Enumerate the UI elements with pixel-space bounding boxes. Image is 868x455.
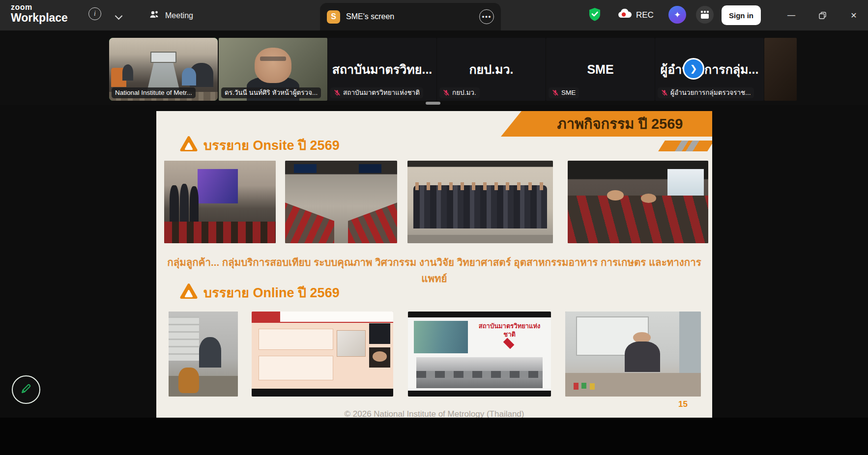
photo-detail: [190, 186, 199, 222]
participant-name-text: ผู้อำนวยการกลุ่มตรวจราช...: [670, 88, 751, 98]
photo-detail: [252, 312, 280, 322]
participant-name-text: กยป.มว.: [452, 88, 476, 98]
onsite-photo-4: [568, 161, 708, 243]
photo-detail: [413, 182, 547, 191]
rec-cloud-icon: [617, 8, 633, 22]
video-tile-national-institute[interactable]: National Institute of Metr...: [109, 38, 218, 101]
photo-detail: [607, 190, 624, 200]
participant-name-text: สถาบันมาตรวิทยาแห่งชาติ: [343, 88, 420, 98]
participant-name-label: กยป.มว.: [439, 87, 480, 98]
mic-muted-icon: [661, 89, 668, 96]
photo-detail: [198, 169, 238, 204]
sign-in-button[interactable]: Sign in: [722, 5, 761, 25]
photo-detail: [414, 321, 468, 353]
tab-options-ellipsis-icon[interactable]: ●●●: [479, 9, 494, 24]
online-photo-3: สถาบันมาตรวิทยาแห่งชาติ: [408, 312, 551, 397]
annotation-pencil-button[interactable]: [12, 375, 40, 404]
next-videos-arrow-button[interactable]: ❯: [683, 58, 704, 80]
video-tile-director[interactable]: ผู้อำนวยการกลุ่ม... ผู้อำนวยการกลุ่มตรวจ…: [655, 38, 764, 101]
photo-detail: [180, 184, 189, 222]
info-icon[interactable]: i: [88, 7, 101, 20]
logo-zoom: zoom: [11, 3, 68, 11]
photo-detail: [182, 68, 196, 85]
photo-detail: [359, 164, 381, 173]
participant-name-text: SME: [561, 88, 576, 98]
restore-button[interactable]: [814, 7, 831, 24]
banner-decoration-stripes: [658, 141, 712, 151]
triangle-logo-icon: [180, 136, 198, 155]
participant-name-label: National Institute of Metr...: [112, 87, 196, 98]
tab-sme-screen-label: SME's screen: [346, 12, 479, 21]
video-tile-partial[interactable]: [764, 38, 797, 101]
photo-detail: [416, 371, 542, 378]
online-heading: บรรยาย Online ปี 2569: [180, 282, 340, 303]
online-photo3-logo-text: สถาบันมาตรวิทยาแห่งชาติ: [475, 322, 544, 340]
participant-name-label: SME: [549, 87, 579, 98]
online-photo-1: [169, 312, 238, 397]
photo-detail: [255, 48, 291, 83]
slide-footer-copyright: © 2026 National Institute of Metrology (…: [156, 409, 712, 418]
logo-workplace: Workplace: [11, 12, 68, 24]
participant-name-label: ดร.วันนี นนท์ศิริ หัวหน้าผู้ตรวจ...: [221, 87, 321, 98]
video-tile-sme[interactable]: SME SME: [546, 38, 655, 101]
photo-detail: [408, 391, 551, 397]
strip-drag-handle[interactable]: [426, 102, 440, 105]
photo-detail: [337, 330, 366, 357]
participant-name-text: National Institute of Metr...: [115, 88, 192, 98]
chevron-glyph: [115, 12, 123, 20]
photo-detail: [260, 57, 286, 61]
slide-banner: ภาพกิจกรรม ปี 2569: [501, 111, 712, 137]
photo-detail: [574, 383, 579, 390]
ai-companion-icon[interactable]: ✦: [668, 6, 686, 24]
tab-sme-screen[interactable]: S SME's screen ●●●: [320, 3, 501, 30]
photo-detail: [590, 383, 595, 390]
mic-muted-icon: [334, 89, 341, 96]
participant-name-label: ผู้อำนวยการกลุ่มตรวจราช...: [658, 87, 754, 98]
apps-icon[interactable]: [696, 6, 714, 24]
video-tile-nimt[interactable]: สถาบันมาตรวิทย... สถาบันมาตรวิทยาแห่งชาต…: [328, 38, 436, 101]
photo-detail: [407, 235, 553, 243]
chevron-down-icon[interactable]: [116, 12, 121, 21]
recording-indicator[interactable]: REC: [617, 8, 654, 22]
screen-share-avatar: S: [327, 10, 340, 24]
slide-page-number: 15: [678, 399, 688, 409]
photo-detail: [169, 316, 199, 361]
onsite-heading: บรรยาย Onsite ปี 2569: [180, 135, 340, 156]
photo-detail: [164, 222, 276, 243]
online-heading-text: บรรยาย Online ปี 2569: [203, 282, 340, 303]
mic-muted-icon: [443, 89, 450, 96]
minimize-button[interactable]: —: [783, 7, 800, 24]
slide-banner-title: ภาพกิจกรรม ปี 2569: [557, 113, 683, 135]
zoom-workplace-logo: zoom Workplace: [11, 3, 68, 24]
tab-meeting-label: Meeting: [165, 11, 193, 20]
photo-detail: [170, 185, 178, 222]
online-photo-4: [565, 312, 701, 397]
photo-detail: [679, 312, 701, 373]
photo-detail: [369, 323, 390, 344]
video-tile-dr-wannee[interactable]: ดร.วันนี นนท์ศิริ หัวหน้าผู้ตรวจ...: [219, 38, 327, 101]
photo-detail: [581, 383, 586, 389]
photo-detail: [373, 351, 387, 362]
photo-detail: [408, 312, 551, 317]
security-shield-icon[interactable]: [588, 7, 602, 24]
photo-detail: [150, 52, 176, 63]
photo-detail: [178, 368, 199, 393]
photo-detail: [294, 164, 317, 173]
onsite-photo-1: [164, 161, 276, 243]
photo-detail: [413, 185, 547, 228]
photo-detail: [625, 341, 660, 372]
online-photo-2: [252, 312, 393, 397]
photo-detail: [199, 337, 221, 368]
video-strip: National Institute of Metr... ดร.วันนี น…: [0, 30, 868, 105]
triangle-logo-icon: [180, 283, 198, 303]
video-tile-kayop[interactable]: กยป.มว. กยป.มว.: [437, 38, 546, 101]
onsite-photo-2: [285, 161, 397, 243]
onsite-photo-3: [407, 161, 553, 243]
photo-detail: [122, 64, 133, 81]
rec-label: REC: [636, 10, 654, 20]
tab-meeting[interactable]: Meeting: [148, 9, 193, 23]
meeting-people-icon: [148, 9, 160, 23]
photo-detail: [259, 329, 333, 350]
close-button[interactable]: ✕: [845, 7, 862, 24]
title-bar: zoom Workplace i Meeting S SME's screen …: [0, 0, 868, 30]
